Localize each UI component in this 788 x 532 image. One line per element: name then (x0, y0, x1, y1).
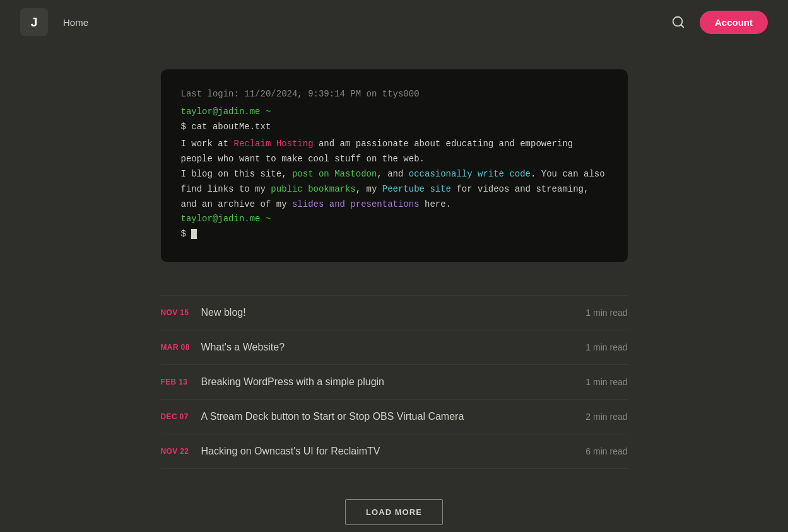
navbar: J Home Account (0, 0, 788, 44)
cursor (191, 229, 197, 239)
blog-list: NOV 15 New blog! 1 min read MAR 08 What'… (161, 295, 628, 469)
blog-title: A Stream Deck button to Start or Stop OB… (201, 411, 586, 422)
post-mastodon-link[interactable]: post on Mastodon (292, 169, 377, 179)
peertube-link[interactable]: Peertube site (382, 184, 451, 194)
blog-item-2[interactable]: MAR 08 What's a Website? 1 min read (161, 330, 628, 365)
blog-date: DEC 07 (161, 412, 201, 421)
account-button[interactable]: Account (700, 11, 768, 34)
search-icon (671, 15, 685, 29)
about-line-2: I blog on this site, post on Mastodon, a… (181, 167, 608, 212)
blog-title: Breaking WordPress with a simple plugin (201, 376, 586, 388)
last-login-line: Last login: 11/20/2024, 9:39:14 PM on tt… (181, 87, 608, 102)
blog-read-time: 1 min read (585, 377, 627, 387)
blog-title: What's a Website? (201, 342, 586, 353)
blog-read-time: 6 min read (585, 446, 627, 456)
blog-read-time: 1 min read (585, 308, 627, 318)
load-more-container: LOAD MORE (161, 499, 628, 525)
prompt-line-1: taylor@jadin.me ~ (181, 105, 608, 120)
blog-date: NOV 15 (161, 308, 201, 317)
blog-title: Hacking on Owncast's UI for ReclaimTV (201, 446, 586, 457)
public-bookmarks-link[interactable]: public bookmarks (271, 184, 355, 194)
blog-title: New blog! (201, 307, 586, 318)
blog-read-time: 1 min read (585, 342, 627, 352)
prompt-line-2: taylor@jadin.me ~ (181, 212, 608, 227)
reclaim-hosting-link[interactable]: Reclaim Hosting (234, 139, 314, 149)
blog-read-time: 2 min read (585, 412, 627, 422)
blog-item-4[interactable]: DEC 07 A Stream Deck button to Start or … (161, 400, 628, 434)
load-more-button[interactable]: LOAD MORE (345, 499, 443, 525)
blog-date: FEB 13 (161, 378, 201, 386)
main-content: Last login: 11/20/2024, 9:39:14 PM on tt… (161, 44, 628, 532)
write-code-link[interactable]: occasionally write code (409, 169, 531, 179)
dollar-line: $ (181, 227, 608, 242)
site-logo[interactable]: J (20, 8, 48, 36)
command-line: $ cat aboutMe.txt (181, 120, 608, 135)
terminal-block: Last login: 11/20/2024, 9:39:14 PM on tt… (161, 69, 628, 262)
blog-date: NOV 22 (161, 447, 201, 456)
slides-link[interactable]: slides and presentations (292, 199, 420, 209)
about-line-1: I work at Reclaim Hosting and am passion… (181, 137, 608, 167)
blog-item-5[interactable]: NOV 22 Hacking on Owncast's UI for Recla… (161, 434, 628, 469)
svg-line-1 (681, 25, 683, 27)
blog-date: MAR 08 (161, 343, 201, 352)
blog-item-1[interactable]: NOV 15 New blog! 1 min read (161, 295, 628, 330)
blog-item-3[interactable]: FEB 13 Breaking WordPress with a simple … (161, 365, 628, 400)
nav-home-link[interactable]: Home (63, 17, 88, 28)
search-button[interactable] (667, 11, 690, 33)
